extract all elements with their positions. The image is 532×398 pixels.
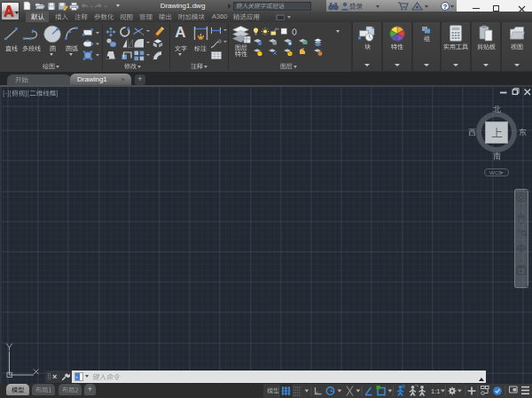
svg-text:1:1: 1:1	[431, 387, 440, 395]
